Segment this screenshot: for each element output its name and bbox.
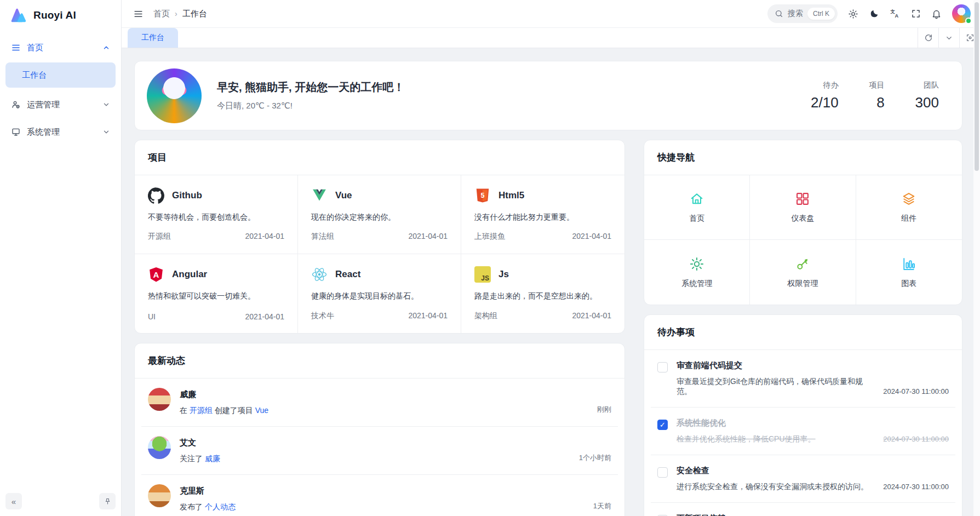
activity-card: 最新动态 威廉 在 开源组 创建了项目 Vue 刚刚 艾文 (134, 343, 625, 516)
translate-icon: 文 A (890, 8, 901, 19)
search-shortcut-badge: Ctrl K (807, 8, 835, 20)
app-logo-row[interactable]: Ruoyi AI (0, 0, 121, 31)
project-html5[interactable]: 5 Html5 没有什么才能比努力更重要。 上班摸鱼 2021-04-01 (461, 175, 624, 254)
tab-workbench[interactable]: 工作台 (128, 28, 178, 48)
activity-link[interactable]: 开源组 (190, 406, 213, 415)
project-group: UI (148, 312, 156, 321)
project-date: 2021-04-01 (572, 232, 611, 242)
language-button[interactable]: 文 A (890, 8, 901, 19)
fullscreen-icon (911, 9, 921, 19)
sidebar-collapse-button[interactable]: « (5, 493, 22, 509)
key-icon (795, 256, 810, 272)
quick-nav-components[interactable]: 组件 (856, 175, 962, 240)
settings-button[interactable] (848, 9, 858, 19)
sidebar-item-label: 首页 (27, 43, 43, 53)
activity-title: 最新动态 (135, 343, 624, 379)
quick-nav-grid: 首页 仪表盘 (644, 175, 962, 305)
refresh-tab-button[interactable] (918, 28, 938, 48)
quick-nav-system[interactable]: 系统管理 (644, 240, 750, 305)
welcome-text: 早安, 熊猫助手, 开始您一天的工作吧！ 今日晴, 20℃ - 32℃! (217, 80, 404, 111)
todo-item: 审查前端代码提交 审查最近提交到Git仓库的前端代码，确保代码质量和规范。 20… (644, 350, 962, 407)
activity-time: 1个小时前 (579, 453, 611, 464)
sidebar-menu: 首页 工作台 运营管理 系统管理 (0, 31, 121, 148)
project-angular[interactable]: A Angular 热情和欲望可以突破一切难关。 UI 2021-04-01 (135, 254, 298, 333)
main-area: 首页 › 工作台 搜索 Ctrl K (122, 0, 980, 516)
home-icon (689, 191, 704, 207)
stat-todo: 待办 2/10 (811, 81, 839, 111)
projects-title: 项目 (135, 140, 624, 175)
project-group: 算法组 (311, 232, 334, 242)
online-status-dot (965, 18, 972, 24)
greeting-title: 早安, 熊猫助手, 开始您一天的工作吧！ (217, 80, 404, 95)
user-icon (11, 100, 21, 110)
project-github[interactable]: Github 不要等待机会，而要创造机会。 开源组 2021-04-01 (135, 175, 298, 254)
breadcrumb-home[interactable]: 首页 (153, 9, 170, 19)
todo-checkbox[interactable] (657, 467, 668, 478)
activity-link[interactable]: 威廉 (205, 454, 220, 463)
scrollbar-thumb[interactable] (975, 2, 979, 171)
svg-text:5: 5 (481, 192, 485, 199)
projects-grid: Github 不要等待机会，而要创造机会。 开源组 2021-04-01 (135, 175, 624, 333)
github-icon (148, 187, 164, 204)
bell-icon (931, 9, 942, 19)
projects-card: 项目 Github 不要等待机会，而要创造机会。 开源组 (134, 140, 625, 334)
todo-checkbox[interactable] (657, 362, 668, 372)
top-header: 首页 › 工作台 搜索 Ctrl K (122, 0, 980, 27)
activity-link[interactable]: 个人动态 (205, 502, 236, 511)
vertical-scrollbar[interactable] (973, 0, 980, 516)
sidebar-item-label: 工作台 (22, 70, 47, 81)
todo-item: 更新项目依赖 (644, 503, 962, 516)
sidebar-item-label: 系统管理 (27, 127, 60, 137)
breadcrumb-separator: › (175, 9, 177, 18)
project-js[interactable]: JS Js 路是走出来的，而不是空想出来的。 架构组 2021-04-01 (461, 254, 624, 333)
sidebar-pin-button[interactable] (99, 493, 116, 509)
activity-item: 克里斯 发布了 个人动态 1天前 (135, 475, 624, 516)
vue-icon (311, 187, 328, 204)
svg-text:A: A (153, 270, 159, 279)
moon-icon (869, 9, 879, 19)
collapse-sidebar-button[interactable] (133, 9, 144, 19)
quick-nav-title: 快捷导航 (644, 140, 962, 175)
todo-item: 系统性能优化 检查并优化系统性能，降低CPU使用率。 2024-07-30 11… (644, 408, 962, 455)
todo-checkbox[interactable] (657, 420, 668, 430)
angular-icon: A (148, 266, 164, 283)
quick-nav-card: 快捷导航 首页 仪 (644, 140, 962, 305)
sidebar-item-home[interactable]: 首页 (5, 36, 116, 59)
search-input[interactable]: 搜索 Ctrl K (767, 4, 838, 23)
js-icon: JS (474, 266, 491, 283)
tab-actions (918, 28, 980, 48)
fullscreen-button[interactable] (911, 9, 921, 19)
sidebar-footer: « (0, 486, 121, 516)
sidebar-item-system[interactable]: 系统管理 (5, 121, 116, 144)
notifications-button[interactable] (931, 9, 942, 19)
search-icon (775, 9, 783, 18)
project-react[interactable]: React 健康的身体是实现目标的基石。 技术牛 2021-04-01 (298, 254, 461, 333)
avatar (148, 484, 171, 507)
activity-time: 1天前 (593, 501, 611, 512)
activity-time: 刚刚 (597, 405, 611, 416)
tab-bar: 工作台 (122, 27, 980, 48)
chevron-up-icon (102, 44, 110, 51)
dark-mode-button[interactable] (869, 9, 879, 19)
todo-card: 待办事项 审查前端代码提交 审查最近提交到Git仓库的前端代码，确保代码质量和规… (644, 314, 962, 516)
user-avatar[interactable] (952, 4, 971, 23)
sidebar-item-label: 运营管理 (27, 100, 60, 110)
quick-nav-dashboard[interactable]: 仪表盘 (750, 175, 856, 240)
chevron-down-icon (102, 128, 110, 136)
menu-lines-icon (11, 43, 21, 53)
chevron-down-icon (102, 101, 110, 108)
sidebar-item-workbench[interactable]: 工作台 (5, 62, 116, 88)
todo-date: 2024-07-30 11:00:00 (883, 387, 949, 397)
quick-nav-home[interactable]: 首页 (644, 175, 750, 240)
quick-nav-charts[interactable]: 图表 (856, 240, 962, 305)
weather-text: 今日晴, 20℃ - 32℃! (217, 101, 404, 111)
activity-link[interactable]: Vue (255, 406, 268, 415)
activity-item: 艾文 关注了 威廉 1个小时前 (135, 427, 624, 474)
sidebar-item-operations[interactable]: 运营管理 (5, 93, 116, 116)
avatar (148, 436, 171, 459)
quick-nav-permissions[interactable]: 权限管理 (750, 240, 856, 305)
project-vue[interactable]: Vue 现在的你决定将来的你。 算法组 2021-04-01 (298, 175, 461, 254)
project-group: 开源组 (148, 232, 171, 242)
project-group: 上班摸鱼 (474, 232, 505, 242)
tab-menu-button[interactable] (938, 28, 959, 48)
